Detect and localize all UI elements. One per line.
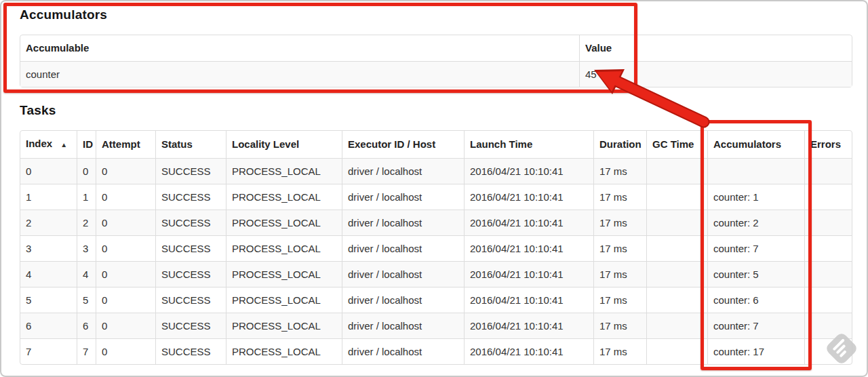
spark-ui-page: Accumulators AccumulableValue counter45 …: [0, 0, 868, 377]
task-cell-status: SUCCESS: [155, 235, 226, 261]
task-cell-gc-time: [646, 313, 707, 338]
task-cell-status: SUCCESS: [155, 210, 226, 235]
task-cell-status: SUCCESS: [155, 158, 226, 184]
task-cell-index: 5: [20, 287, 77, 313]
task-cell-status: SUCCESS: [155, 287, 226, 313]
task-row-4: 440SUCCESSPROCESS_LOCALdriver / localhos…: [20, 261, 852, 287]
task-cell-locality-level: PROCESS_LOCAL: [226, 184, 342, 210]
task-header-executor-id-host[interactable]: Executor ID / Host: [342, 131, 464, 158]
task-cell-attempt: 0: [96, 338, 155, 364]
task-header-label: Attempt: [102, 138, 140, 150]
task-cell-duration: 17 ms: [593, 235, 646, 261]
task-cell-gc-time: [646, 235, 707, 261]
task-cell-errors: [804, 210, 852, 235]
task-header-label: Locality Level: [232, 138, 299, 150]
task-cell-id: 2: [77, 210, 96, 235]
task-header-status[interactable]: Status: [155, 131, 226, 158]
accumulable-row-0: counter45: [20, 61, 852, 87]
task-cell-attempt: 0: [96, 313, 155, 338]
task-cell-launch-time: 2016/04/21 10:10:41: [464, 287, 593, 313]
accumulable-cell-accumulable: counter: [20, 61, 579, 87]
task-cell-id: 3: [77, 235, 96, 261]
task-cell-gc-time: [646, 158, 707, 184]
task-cell-duration: 17 ms: [593, 313, 646, 338]
task-cell-locality-level: PROCESS_LOCAL: [226, 313, 342, 338]
task-cell-launch-time: 2016/04/21 10:10:41: [464, 313, 593, 338]
task-row-1: 110SUCCESSPROCESS_LOCALdriver / localhos…: [20, 184, 852, 210]
task-cell-accumulators: counter: 5: [707, 261, 804, 287]
task-row-6: 660SUCCESSPROCESS_LOCALdriver / localhos…: [20, 313, 852, 338]
task-cell-gc-time: [646, 338, 707, 364]
task-header-launch-time[interactable]: Launch Time: [464, 131, 593, 158]
task-cell-duration: 17 ms: [593, 338, 646, 364]
task-cell-executor-id-host: driver / localhost: [342, 313, 464, 338]
task-cell-accumulators: counter: 17: [707, 338, 804, 364]
accumulable-header-row: AccumulableValue: [20, 35, 852, 61]
task-cell-executor-id-host: driver / localhost: [342, 158, 464, 184]
tasks-table-wrap: Index▲IDAttemptStatusLocality LevelExecu…: [20, 130, 851, 365]
accumulable-header-value: Value: [579, 35, 852, 61]
accumulable-table: AccumulableValue counter45: [20, 35, 852, 87]
task-cell-id: 4: [77, 261, 96, 287]
task-header-index[interactable]: Index▲: [20, 131, 77, 158]
task-cell-index: 4: [20, 261, 77, 287]
task-row-0: 000SUCCESSPROCESS_LOCALdriver / localhos…: [20, 158, 852, 184]
task-cell-launch-time: 2016/04/21 10:10:41: [464, 338, 593, 364]
task-header-id[interactable]: ID: [77, 131, 96, 158]
task-row-7: 770SUCCESSPROCESS_LOCALdriver / localhos…: [20, 338, 852, 364]
task-cell-id: 1: [77, 184, 96, 210]
accumulators-section-heading: Accumulators: [20, 7, 107, 22]
task-cell-errors: [804, 184, 852, 210]
task-cell-errors: [804, 235, 852, 261]
task-cell-duration: 17 ms: [593, 158, 646, 184]
task-cell-locality-level: PROCESS_LOCAL: [226, 338, 342, 364]
task-header-gc-time[interactable]: GC Time: [646, 131, 707, 158]
task-cell-locality-level: PROCESS_LOCAL: [226, 158, 342, 184]
task-cell-accumulators: counter: 2: [707, 210, 804, 235]
task-cell-locality-level: PROCESS_LOCAL: [226, 235, 342, 261]
accumulable-table-body: counter45: [20, 61, 852, 87]
task-header-label: Accumulators: [713, 138, 781, 150]
task-cell-errors: [804, 158, 852, 184]
task-header-label: Duration: [599, 138, 642, 150]
task-cell-accumulators: counter: 6: [707, 287, 804, 313]
task-cell-duration: 17 ms: [593, 184, 646, 210]
tasks-header-row: Index▲IDAttemptStatusLocality LevelExecu…: [20, 131, 852, 158]
task-cell-launch-time: 2016/04/21 10:10:41: [464, 184, 593, 210]
task-cell-attempt: 0: [96, 184, 155, 210]
task-row-2: 220SUCCESSPROCESS_LOCALdriver / localhos…: [20, 210, 852, 235]
task-header-attempt[interactable]: Attempt: [96, 131, 155, 158]
task-cell-executor-id-host: driver / localhost: [342, 338, 464, 364]
task-cell-status: SUCCESS: [155, 261, 226, 287]
task-header-duration[interactable]: Duration: [593, 131, 646, 158]
task-cell-index: 3: [20, 235, 77, 261]
task-cell-accumulators: counter: 7: [707, 235, 804, 261]
task-cell-index: 2: [20, 210, 77, 235]
task-header-accumulators[interactable]: Accumulators: [707, 131, 804, 158]
task-cell-locality-level: PROCESS_LOCAL: [226, 210, 342, 235]
task-header-label: Executor ID / Host: [348, 138, 435, 150]
task-cell-gc-time: [646, 210, 707, 235]
task-cell-launch-time: 2016/04/21 10:10:41: [464, 158, 593, 184]
tasks-section-heading: Tasks: [20, 103, 56, 118]
task-cell-attempt: 0: [96, 210, 155, 235]
task-header-errors[interactable]: Errors: [804, 131, 852, 158]
task-cell-launch-time: 2016/04/21 10:10:41: [464, 210, 593, 235]
task-header-locality-level[interactable]: Locality Level: [226, 131, 342, 158]
task-cell-index: 7: [20, 338, 77, 364]
task-cell-accumulators: counter: 7: [707, 313, 804, 338]
task-cell-executor-id-host: driver / localhost: [342, 235, 464, 261]
accumulable-cell-value: 45: [579, 61, 852, 87]
accumulable-table-wrap: AccumulableValue counter45: [20, 35, 851, 87]
task-cell-executor-id-host: driver / localhost: [342, 210, 464, 235]
task-cell-launch-time: 2016/04/21 10:10:41: [464, 235, 593, 261]
task-cell-attempt: 0: [96, 287, 155, 313]
task-cell-duration: 17 ms: [593, 287, 646, 313]
task-cell-executor-id-host: driver / localhost: [342, 261, 464, 287]
task-cell-id: 0: [77, 158, 96, 184]
task-cell-launch-time: 2016/04/21 10:10:41: [464, 261, 593, 287]
task-cell-locality-level: PROCESS_LOCAL: [226, 261, 342, 287]
task-header-label: Status: [161, 138, 193, 150]
task-cell-accumulators: [707, 158, 804, 184]
tasks-table: Index▲IDAttemptStatusLocality LevelExecu…: [20, 130, 852, 365]
